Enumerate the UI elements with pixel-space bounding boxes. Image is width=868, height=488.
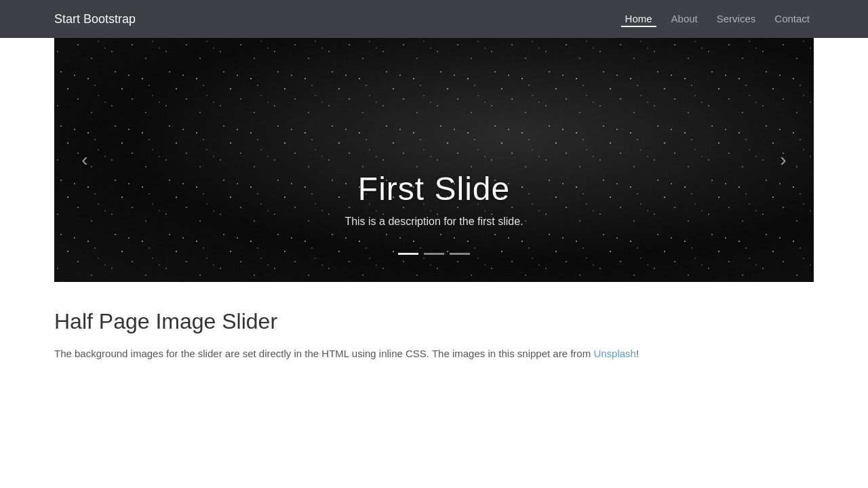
nav-link-about[interactable]: About [667,10,702,27]
unsplash-link[interactable]: Unsplash [593,348,636,359]
nav-link-home[interactable]: Home [621,10,656,27]
carousel-indicator-2[interactable] [424,253,444,255]
carousel: ‹ › First Slide This is a description fo… [54,38,814,282]
content-description: The background images for the slider are… [54,345,814,363]
nav-item-contact: Contact [770,13,814,25]
carousel-wrapper: ‹ › First Slide This is a description fo… [54,38,814,282]
nav-link-services[interactable]: Services [713,10,760,27]
content-text-before: The background images for the slider are… [54,348,593,359]
navbar-brand[interactable]: Start Bootstrap [54,12,136,26]
content-section: Half Page Image Slider The background im… [0,282,868,390]
carousel-indicators [398,253,470,255]
carousel-indicator-1[interactable] [398,253,418,255]
content-text-after: ! [636,348,639,359]
navbar: Start Bootstrap Home About Services Cont… [0,0,868,38]
nav-links: Home About Services Contact [621,13,814,25]
nav-item-services: Services [713,13,760,25]
carousel-slide-title: First Slide [54,170,814,207]
carousel-background [54,38,814,282]
carousel-slide-description: This is a description for the first slid… [54,216,814,228]
carousel-indicator-3[interactable] [450,253,470,255]
nav-item-home: Home [621,13,656,25]
nav-link-contact[interactable]: Contact [770,10,814,27]
carousel-content: First Slide This is a description for th… [54,170,814,228]
nav-item-about: About [667,13,702,25]
content-title: Half Page Image Slider [54,309,814,334]
